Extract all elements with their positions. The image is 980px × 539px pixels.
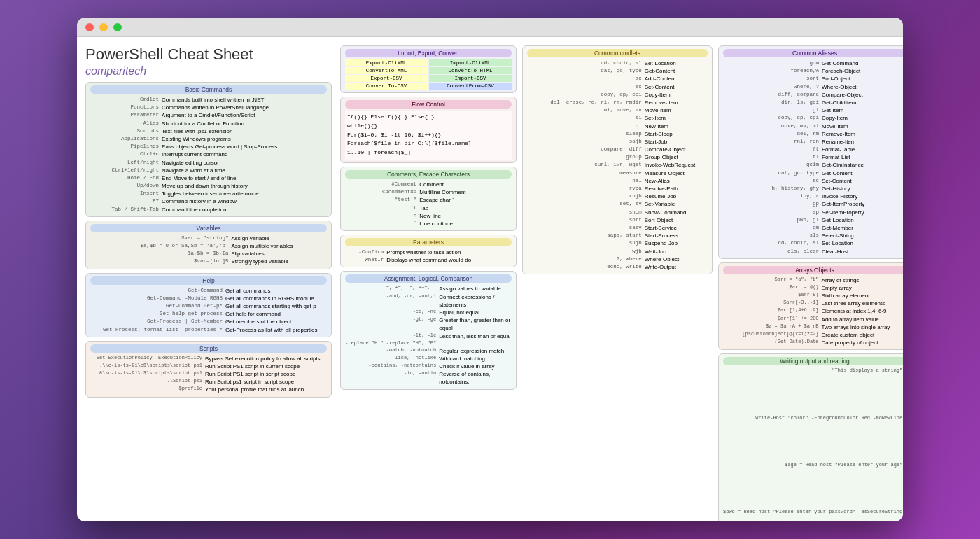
alias-val: Format-List [822, 153, 903, 161]
common-aliases-row: gcmGet-Command [723, 59, 903, 67]
alias-val: Invoke-History [822, 192, 903, 200]
alias-val: Get-Command [822, 59, 903, 67]
minimize-button[interactable] [99, 23, 108, 31]
help-key: Get-Process| format-list -properties * [90, 326, 225, 334]
common-cmdlets-row: saps, startStart-Process [527, 232, 708, 239]
variables-row: $a,$b = $b,$aFlip variables [90, 250, 327, 258]
basic-commands-row: Left/rightNavigate editing cursor [90, 159, 327, 167]
assign-val: Less than, less than or equal [439, 332, 512, 340]
cmdlet-key: ac [527, 75, 645, 83]
parameters-title: Parameters [345, 238, 512, 246]
cmdlet-key: compare, diff [527, 146, 645, 153]
alias-key: move, mv, mi [723, 122, 822, 130]
alias-val: Get-Member [822, 224, 903, 232]
cmdlet-val: Where-Object [645, 255, 708, 263]
alias-val: Clear-Host [822, 248, 903, 255]
cmdlet-key: wjb [527, 248, 645, 255]
cmdlet-key: sc [527, 83, 645, 91]
cmdlet-key: copy, cp, cpi [527, 91, 645, 99]
basic-cmd-val: Navigate a word at a time [162, 167, 327, 174]
cmdlet-key: sasv [527, 224, 645, 232]
variables-table: $var = "string"Assign variable$a,$b = 0 … [90, 234, 327, 266]
common-aliases-row: rni, renRename-Item [723, 138, 903, 146]
cmdlet-key: echo, write [527, 263, 645, 271]
common-aliases-row: move, mv, miMove-Item [723, 122, 903, 130]
common-cmdlets-table: cd, chdir, slSet-Locationcat, gc, typeGe… [527, 59, 708, 271]
basic-commands-section: Basic Commands CmdletCommands built into… [85, 82, 332, 217]
help-key: Get-help get-process [90, 310, 225, 318]
common-cmdlets-row: sujbSuspend-Job [527, 239, 708, 247]
help-val: Get all commands [225, 287, 327, 295]
arrays-objects-row: $z = $arrA + $arrBTwo arrays into single… [723, 323, 903, 331]
alias-val: Where-Object [822, 83, 903, 91]
assignment-title: Assignment, Logical, Comparison [345, 274, 512, 283]
alias-key: ft [723, 146, 822, 153]
common-cmdlets-row: echo, writeWrite-Output [527, 263, 708, 271]
basic-commands-row: F7Command history in a window [90, 197, 327, 205]
common-aliases-row: ihy, rInvoke-History [723, 192, 903, 200]
arrays-objects-row: [pscustomobject]@{x=1;z=2}Create custom … [723, 331, 903, 339]
scripts-key: &\\c-is-ts-91\c$\scripts\script.ps1 [90, 370, 205, 378]
common-cmdlets-row: cat, gc, typeGet-Content [527, 67, 708, 75]
array-key: $arr[-3..-1] [723, 300, 822, 307]
alias-val: Foreach-Object [822, 67, 903, 75]
writing-key: "This displays a string" [723, 368, 903, 414]
column-4: Common Aliases gcmGet-Commandforeach,%Fo… [715, 46, 903, 522]
scripts-key: .\\c-is-ts-91\c$\scripts\script.ps1 [90, 363, 205, 370]
cmdlet-val: Start-Sleep [645, 130, 708, 138]
basic-commands-table: CmdletCommands built into shell written … [90, 96, 327, 214]
cmdlet-val: Resolve-Path [645, 185, 708, 192]
writing-output-row: "This displays a string"String is writte… [723, 368, 903, 414]
cmdlet-key: cat, gc, type [527, 67, 645, 75]
basic-cmd-key: Pipelines [90, 143, 162, 150]
common-aliases-row: cd, chdir, slSet-Location [723, 239, 903, 247]
basic-commands-row: AliasShortcut for a Cmdlet or Function [90, 120, 327, 127]
import-cell-val: Import-CSV [429, 75, 512, 82]
common-cmdlets-row: wjbWait-Job [527, 248, 708, 255]
cmdlet-val: Sort-Object [645, 216, 708, 224]
parameters-row: -ConfirmPrompt whether to take action [345, 248, 512, 256]
common-cmdlets-section: Common cmdlets cd, chdir, slSet-Location… [522, 46, 713, 274]
cmdlet-val: Group-Object [645, 153, 708, 161]
basic-cmd-key: Functions [90, 104, 162, 111]
maximize-button[interactable] [113, 23, 122, 31]
cmdlet-key: si [527, 114, 645, 122]
alias-key: sp [723, 209, 822, 216]
basic-cmd-val: Shortcut for a Cmdlet or Function [162, 120, 327, 127]
assign-val: Wildcard matching [439, 355, 512, 363]
alias-val: Get-Location [822, 216, 903, 224]
writing-key: $pwd = Read-host "Please enter your pass… [723, 509, 903, 522]
var-val: Strongly typed variable [232, 258, 327, 265]
cmdlet-val: Add-Content [645, 75, 708, 83]
common-cmdlets-row: groupGroup-Object [527, 153, 708, 161]
arrays-objects-title: Arrays Objects [723, 266, 903, 274]
comment-val: Tab [419, 204, 512, 212]
basic-commands-row: FunctionsCommands written in PowerShell … [90, 104, 327, 111]
alias-val: Rename-Item [822, 138, 903, 146]
basic-cmd-val: Command history in a window [162, 197, 327, 205]
basic-cmd-key: Parameter [90, 111, 162, 119]
var-key: $a,$b = $b,$a [90, 250, 232, 258]
assign-val: Assign values to variable [439, 285, 512, 293]
arrays-objects-row: $arr = @()Empty array [723, 284, 903, 292]
close-button[interactable] [85, 23, 94, 31]
common-aliases-row: pwd, glGet-Location [723, 216, 903, 224]
common-aliases-row: gcimGet-CimInstance [723, 161, 903, 169]
basic-commands-row: ScriptsText files with .ps1 extension [90, 127, 327, 135]
writing-output-row: Write-Host "color" -ForegroundColor Red … [723, 415, 903, 462]
help-row: Get-Command -Module RGHSGet all commands… [90, 295, 327, 302]
cmdlet-val: Get-Content [645, 67, 708, 75]
alias-val: Get-Content [822, 169, 903, 177]
help-key: Get-Command Get-p* [90, 302, 225, 310]
basic-commands-row: Tab / Shift-TabCommand line completion [90, 206, 327, 214]
alias-val: Copy-Item [822, 114, 903, 122]
scripts-title: Scripts [90, 344, 327, 353]
array-val: Empty array [822, 284, 903, 292]
basic-cmd-key: Alias [90, 120, 162, 127]
assign-key: -and, -or, -not,! [345, 293, 439, 309]
arrays-objects-row: (Get-Date).DateDate property of object [723, 339, 903, 346]
cmdlet-key: set, sv [527, 200, 645, 208]
alias-key: diff, compare [723, 91, 822, 99]
assignment-row: -replace "Hi" -replace "H", "P" [345, 340, 512, 347]
assign-val: Regular expression match [439, 347, 512, 355]
